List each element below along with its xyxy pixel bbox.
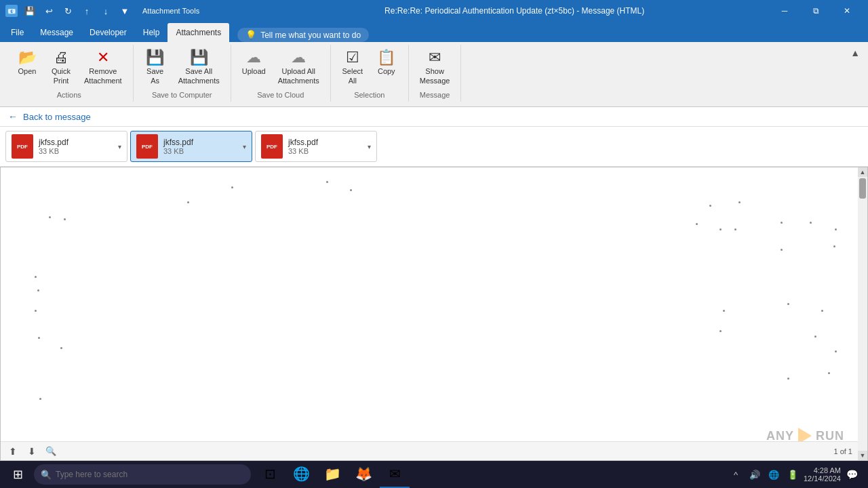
save-all-icon: 💾 [190, 50, 208, 65]
preview-bottom-bar: ⬆ ⬇ 🔍 1 of 1 [1, 441, 858, 460]
tab-message[interactable]: Message [32, 23, 81, 42]
save-all-attachments-button[interactable]: 💾 Save AllAttachments [173, 47, 225, 89]
save-computer-group-label: Save to Computer [139, 89, 225, 102]
volume-icon[interactable]: 🔊 [747, 466, 763, 483]
minimize-btn[interactable]: ─ [769, 0, 800, 22]
up-btn[interactable]: ↑ [79, 3, 95, 19]
attachment-item-1[interactable]: PDF jkfss.pdf 33 KB ▾ [130, 131, 252, 162]
outlook-btn[interactable]: ✉ [380, 461, 410, 488]
tab-developer[interactable]: Developer [81, 23, 135, 42]
ribbon-group-save-cloud: ☁ Upload ☁ Upload AllAttachments Save to… [231, 45, 331, 102]
clock-date: 12/14/2024 [804, 474, 841, 483]
upload-all-icon: ☁ [291, 50, 306, 65]
copy-button[interactable]: 📋 Copy [370, 47, 403, 79]
tab-attachments[interactable]: Attachments [167, 23, 229, 42]
clock-time: 4:28 AM [804, 466, 841, 474]
save-cloud-group-label: Save to Cloud [237, 89, 325, 102]
firefox-icon: 🦊 [355, 466, 372, 482]
preview-content: ANY RUN [1, 167, 858, 460]
next-page-btn[interactable]: ⬇ [25, 445, 39, 458]
open-button[interactable]: 📂 Open [11, 47, 43, 79]
ribbon-group-selection: ☑ SelectAll 📋 Copy Selection [331, 45, 409, 102]
upload-all-button[interactable]: ☁ Upload AllAttachments [273, 47, 325, 89]
attachment-list: PDF jkfss.pdf 33 KB ▾ PDF jkfss.pdf 33 K… [0, 127, 868, 167]
dropdown-qa[interactable]: ▼ [117, 3, 133, 19]
message-group-label: Message [414, 89, 456, 102]
title-bar: 📧 💾 ↩ ↻ ↑ ↓ ▼ Attachment Tools Re:Re:Re:… [0, 0, 868, 22]
edge-icon: 🌐 [293, 466, 310, 482]
start-button[interactable]: ⊞ [3, 461, 33, 488]
ribbon-group-actions: 📂 Open 🖨 QuickPrint ✕ RemoveAttachment A… [5, 45, 134, 102]
file-info-1: jkfss.pdf 33 KB [163, 138, 237, 155]
preview-scrollbar[interactable]: ▲ ▼ [858, 167, 867, 460]
find-btn[interactable]: 🔍 [44, 445, 58, 458]
ribbon-tab-bar: File Message Developer Help Attachments … [0, 22, 868, 42]
task-view-icon: ⊡ [264, 466, 276, 482]
dropdown-arrow-2[interactable]: ▾ [368, 143, 371, 150]
task-view-btn[interactable]: ⊡ [255, 461, 285, 488]
attachment-item-0[interactable]: PDF jkfss.pdf 33 KB ▾ [5, 131, 127, 162]
collapse-ribbon-btn[interactable]: ▲ [848, 45, 863, 61]
copy-icon: 📋 [377, 50, 395, 65]
scroll-up-btn[interactable]: ▲ [858, 167, 867, 177]
tray-caret-icon[interactable]: ^ [728, 466, 744, 483]
search-wrapper: 🔍 [34, 464, 251, 485]
dropdown-arrow-1[interactable]: ▾ [243, 143, 246, 150]
scroll-thumb[interactable] [859, 178, 866, 199]
file-info-0: jkfss.pdf 33 KB [39, 138, 113, 155]
back-arrow-icon: ← [8, 111, 18, 122]
open-icon: 📂 [18, 50, 37, 65]
actions-group-label: Actions [11, 89, 127, 102]
tell-me-input[interactable]: 💡 Tell me what you want to do [237, 28, 369, 42]
back-to-message-bar[interactable]: ← Back to message [0, 107, 868, 127]
firefox-btn[interactable]: 🦊 [349, 461, 378, 488]
scroll-down-btn[interactable]: ▼ [858, 451, 867, 460]
print-icon: 🖨 [54, 50, 68, 65]
notification-btn[interactable]: 💬 [844, 466, 860, 483]
undo-btn[interactable]: ↩ [41, 3, 57, 19]
prev-page-btn[interactable]: ⬆ [6, 445, 20, 458]
upload-icon: ☁ [246, 50, 261, 65]
taskbar-system-tray: ^ 🔊 🌐 🔋 4:28 AM 12/14/2024 💬 [728, 466, 865, 483]
network-icon[interactable]: 🌐 [766, 466, 782, 483]
select-all-button[interactable]: ☑ SelectAll [336, 47, 369, 89]
remove-attachment-button[interactable]: ✕ RemoveAttachment [79, 47, 127, 89]
save-as-button[interactable]: 💾 SaveAs [139, 47, 172, 89]
file-explorer-btn[interactable]: 📁 [317, 461, 347, 488]
pdf-icon-0: PDF [12, 134, 33, 159]
outlook-icon: ✉ [389, 466, 401, 482]
dropdown-arrow-0[interactable]: ▾ [118, 143, 121, 150]
file-info-2: jkfss.pdf 33 KB [288, 138, 362, 155]
ribbon-group-message: ✉ ShowMessage Message [409, 45, 462, 102]
taskbar-items: ⊡ 🌐 📁 🦊 ✉ [255, 461, 410, 488]
search-icon: 🔍 [41, 470, 52, 480]
upload-button[interactable]: ☁ Upload [237, 47, 271, 79]
ribbon: 📂 Open 🖨 QuickPrint ✕ RemoveAttachment A… [0, 42, 868, 107]
battery-icon[interactable]: 🔋 [785, 466, 801, 483]
page-indicator: 1 of 1 [833, 447, 852, 455]
preview-area: ANY RUN ▲ ▼ ⬆ ⬇ 🔍 1 of 1 [0, 167, 868, 461]
show-message-button[interactable]: ✉ ShowMessage [414, 47, 456, 89]
remove-icon: ✕ [97, 50, 109, 65]
restore-btn[interactable]: ⧉ [800, 0, 831, 22]
app-icon: 📧 [5, 5, 18, 17]
quick-access-toolbar: 💾 ↩ ↻ ↑ ↓ ▼ [22, 3, 133, 19]
taskbar-search-input[interactable] [34, 464, 251, 485]
pdf-icon-2: PDF [261, 134, 283, 159]
save-qa-btn[interactable]: 💾 [22, 3, 38, 19]
tab-help[interactable]: Help [135, 23, 168, 42]
selection-group-label: Selection [336, 89, 403, 102]
window-controls: ─ ⧉ ✕ [769, 0, 863, 22]
quick-print-button[interactable]: 🖨 QuickPrint [45, 47, 77, 89]
preview-dots [1, 167, 858, 460]
tab-file[interactable]: File [3, 23, 32, 42]
windows-icon: ⊞ [13, 467, 23, 482]
down-btn[interactable]: ↓ [98, 3, 114, 19]
attachment-item-2[interactable]: PDF jkfss.pdf 33 KB ▾ [255, 131, 377, 162]
edge-browser-btn[interactable]: 🌐 [286, 461, 316, 488]
redo-btn[interactable]: ↻ [60, 3, 76, 19]
taskbar: ⊞ 🔍 ⊡ 🌐 📁 🦊 ✉ ^ 🔊 🌐 🔋 4:28 AM 12/14/2024… [0, 461, 868, 488]
system-clock[interactable]: 4:28 AM 12/14/2024 [804, 466, 841, 483]
close-btn[interactable]: ✕ [831, 0, 863, 22]
ribbon-tab-label: Attachment Tools [142, 7, 199, 15]
